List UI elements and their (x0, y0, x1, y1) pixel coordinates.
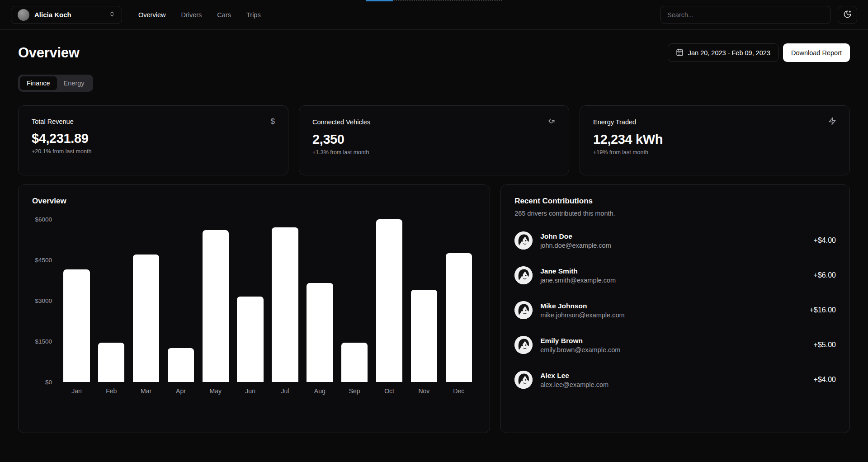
bar-chart: $6000$4500$3000$1500$0 JanFebMarAprMayJu… (32, 219, 476, 395)
stat-value: 12,234 kWh (593, 132, 836, 147)
stat-change: +20.1% from last month (32, 148, 275, 155)
chart-bar-slot: Jan (59, 219, 94, 395)
y-axis-tick: $4500 (35, 257, 52, 264)
calendar-icon (676, 48, 684, 57)
x-axis-label: Aug (314, 387, 326, 395)
chart-bar-slot: Dec (441, 219, 476, 395)
chart-bar-slot: Oct (372, 219, 407, 395)
nav-item-trips[interactable]: Trips (246, 11, 261, 19)
nav-item-overview[interactable]: Overview (138, 11, 165, 19)
contribution-row: John Doe john.doe@example.com +$4.00 (514, 231, 836, 250)
tabs-list: Finance Energy (18, 75, 93, 92)
contributions-title: Recent Contributions (514, 197, 836, 206)
y-axis-tick: $6000 (35, 216, 52, 223)
chart-y-axis: $6000$4500$3000$1500$0 (32, 219, 59, 382)
chart-bar-jul[interactable] (272, 227, 298, 382)
x-axis-label: Oct (384, 387, 394, 395)
contributor-name: Mike Johnson (540, 302, 624, 310)
chart-bar-mar[interactable] (133, 255, 159, 382)
user-name: Alicia Koch (34, 11, 71, 19)
y-axis-tick: $0 (45, 379, 52, 386)
chart-bar-slot: Jun (233, 219, 268, 395)
chart-bar-slot: May (198, 219, 233, 395)
x-axis-label: Jul (281, 387, 289, 395)
stat-cards: Total Revenue $ $4,231.89 +20.1% from la… (18, 105, 850, 175)
theme-toggle-button[interactable] (838, 6, 857, 24)
y-axis-tick: $1500 (35, 338, 52, 345)
stat-card-total-revenue: Total Revenue $ $4,231.89 +20.1% from la… (18, 105, 288, 175)
avatar (514, 266, 533, 284)
tab-finance[interactable]: Finance (20, 76, 57, 90)
main-nav: Overview Drivers Cars Trips (138, 11, 261, 19)
chart-bar-slot: Jul (268, 219, 302, 395)
stat-card-connected-vehicles: Connected Vehicles 2,350 +1.3% from last… (299, 105, 569, 175)
contributor-email: john.doe@example.com (540, 242, 611, 249)
tab-energy[interactable]: Energy (57, 76, 91, 90)
contributor-name: Jane Smith (540, 267, 616, 275)
download-report-button[interactable]: Download Report (783, 43, 850, 62)
avatar (514, 336, 533, 354)
chart-bar-aug[interactable] (307, 283, 333, 382)
chart-bar-feb[interactable] (98, 343, 124, 382)
x-axis-label: Nov (418, 387, 429, 395)
contribution-row: Jane Smith jane.smith@example.com +$6.00 (514, 266, 836, 284)
chart-bar-oct[interactable] (376, 219, 402, 382)
contributions-subtitle: 265 drivers contributed this month. (514, 210, 836, 217)
contributor-name: Emily Brown (540, 337, 620, 345)
stat-value: 2,350 (312, 132, 556, 147)
stat-value: $4,231.89 (32, 131, 275, 146)
x-axis-label: Feb (106, 387, 117, 395)
contributor-email: jane.smith@example.com (540, 277, 616, 284)
avatar (18, 9, 29, 21)
contributor-name: John Doe (540, 232, 611, 240)
chart-bar-may[interactable] (203, 230, 229, 382)
stat-label: Connected Vehicles (312, 118, 370, 126)
top-loading-bar (0, 0, 868, 1)
chart-bar-slot: Nov (406, 219, 441, 395)
nav-item-cars[interactable]: Cars (217, 11, 231, 19)
main-content: Overview Jan 20, 2023 - Feb 09, 2023 Dow… (0, 43, 868, 433)
contributor-email: mike.johnson@example.com (540, 311, 624, 319)
chevrons-up-down-icon (109, 11, 115, 19)
recent-contributions-card: Recent Contributions 265 drivers contrib… (500, 184, 850, 433)
avatar (514, 301, 533, 319)
chart-bar-nov[interactable] (411, 290, 437, 382)
avatar (514, 371, 533, 389)
chart-bar-apr[interactable] (168, 348, 194, 382)
stat-label: Total Revenue (32, 118, 74, 125)
x-axis-label: Jan (71, 387, 82, 395)
x-axis-label: Apr (176, 387, 186, 395)
stat-card-energy-traded: Energy Traded 12,234 kWh +19% from last … (580, 105, 850, 175)
chart-bar-jun[interactable] (237, 297, 263, 382)
nav-item-drivers[interactable]: Drivers (181, 11, 202, 19)
chart-bar-slot: Feb (94, 219, 129, 395)
stat-label: Energy Traded (593, 118, 636, 126)
avatar (514, 231, 533, 250)
chart-bar-slot: Sep (337, 219, 372, 395)
chart-bar-dec[interactable] (446, 253, 472, 382)
contribution-amount: +$16.00 (810, 306, 836, 314)
contributions-list: John Doe john.doe@example.com +$4.00 (514, 231, 836, 389)
chart-title: Overview (32, 197, 476, 206)
page-title: Overview (18, 45, 79, 61)
team-switcher-button[interactable]: Alicia Koch (11, 6, 122, 24)
contribution-amount: +$6.00 (814, 271, 836, 279)
chart-bars: JanFebMarAprMayJunJulAugSepOctNovDec (59, 219, 476, 395)
chart-bar-sep[interactable] (341, 343, 368, 382)
x-axis-label: Mar (141, 387, 151, 395)
stat-change: +1.3% from last month (312, 149, 556, 156)
contributor-email: emily.brown@example.com (540, 346, 620, 354)
contribution-row: Emily Brown emily.brown@example.com +$5.… (514, 336, 836, 354)
arrow-up-right-icon (547, 117, 556, 127)
chart-bar-jan[interactable] (63, 269, 90, 382)
date-range-picker[interactable]: Jan 20, 2023 - Feb 09, 2023 (668, 43, 778, 62)
search-input[interactable] (660, 6, 830, 24)
top-loading-bar-track (394, 0, 502, 1)
contribution-amount: +$4.00 (814, 236, 836, 245)
x-axis-label: Jun (245, 387, 255, 395)
contributor-name: Alex Lee (540, 372, 609, 380)
zap-icon (828, 117, 836, 127)
date-range-label: Jan 20, 2023 - Feb 09, 2023 (688, 49, 770, 57)
overview-chart-card: Overview $6000$4500$3000$1500$0 JanFebMa… (18, 184, 490, 433)
contribution-row: Mike Johnson mike.johnson@example.com +$… (514, 301, 836, 319)
